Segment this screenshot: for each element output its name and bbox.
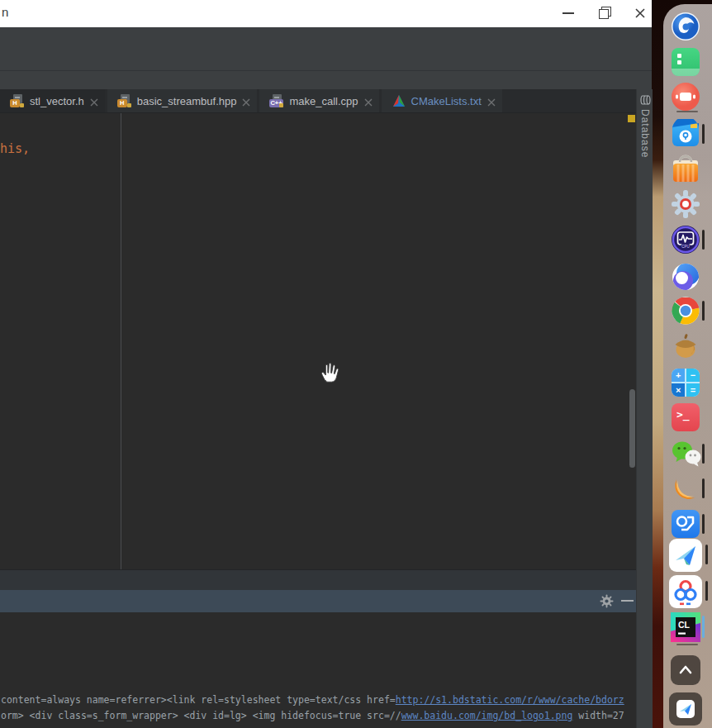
editor-area[interactable]: his, [0, 112, 636, 570]
running-indicator [702, 514, 705, 534]
ide-window: H stl_vector.h H basic_streambuf.hpp C++… [0, 27, 652, 728]
running-indicator [702, 230, 705, 250]
chrome-icon[interactable] [671, 296, 700, 326]
dock-separator [676, 644, 698, 645]
cpp-file-icon: C++ [269, 94, 283, 107]
clion-icon[interactable]: CL [671, 612, 700, 642]
running-indicator [705, 545, 708, 564]
database-icon [639, 94, 651, 106]
system-monitor-icon[interactable]: CPU [671, 225, 700, 255]
database-label: Database [639, 109, 651, 158]
running-indicator [702, 478, 705, 498]
ide-navigation-bar [0, 71, 652, 89]
tab-make-call[interactable]: C++ make_call.cpp [259, 89, 378, 112]
editor-scrollbar[interactable] [629, 389, 635, 468]
tab-close-icon[interactable] [89, 96, 99, 106]
tab-label: basic_streambuf.hpp [137, 95, 237, 107]
screen-recorder-icon[interactable] [671, 82, 700, 112]
terminal-icon[interactable]: >_ [671, 402, 700, 432]
header-file-icon: H [117, 94, 131, 107]
active-app-indicator [702, 616, 705, 638]
tab-basic-streambuf[interactable]: H basic_streambuf.hpp [107, 89, 258, 112]
tab-label: make_call.cpp [289, 95, 358, 107]
running-indicator [702, 301, 705, 321]
running-indicator [702, 124, 705, 144]
dock-expand-chevron-icon[interactable] [671, 655, 700, 685]
browser-icon[interactable] [671, 262, 700, 292]
background-window-titlebar: n [0, 0, 652, 27]
header-file-icon: H [10, 94, 24, 107]
tab-close-icon[interactable] [363, 96, 373, 106]
tool-window-bar [0, 569, 636, 590]
paper-plane-minimized-icon[interactable] [669, 692, 702, 726]
console-header[interactable] [0, 590, 636, 612]
right-tool-stripe: Database [636, 89, 653, 728]
rings-app-icon[interactable] [669, 575, 702, 608]
editor-tab-bar: H stl_vector.h H basic_streambuf.hpp C++… [0, 89, 636, 112]
console-line: orm> <div class=s_form_wrapper> <div id=… [1, 710, 624, 721]
tab-label: CMakeLists.txt [411, 95, 482, 107]
running-indicator [702, 444, 705, 464]
running-indicator [705, 581, 708, 601]
notes-app-icon[interactable] [671, 47, 700, 77]
code-fragment: his, [0, 141, 30, 156]
orange-slice-icon[interactable] [671, 473, 700, 503]
docs-app-icon[interactable] [671, 509, 700, 539]
database-tool-button[interactable]: Database [638, 94, 652, 158]
control-center-gear-icon[interactable] [671, 189, 700, 219]
svg-text:CL: CL [678, 620, 691, 630]
close-icon[interactable] [633, 6, 648, 21]
minimize-icon[interactable] [561, 6, 576, 21]
ide-toolbar [0, 27, 652, 71]
console-minimize-icon[interactable] [621, 600, 634, 602]
app-store-icon[interactable] [671, 119, 700, 149]
software-bag-icon[interactable] [671, 154, 700, 183]
background-window-title: n [2, 5, 8, 19]
console-link[interactable]: http://s1.bdstatic.com/r/www/cache/bdorz [396, 694, 624, 706]
tab-cmakelists[interactable]: CMakeLists.txt [382, 89, 502, 112]
console-settings-gear-icon[interactable] [600, 594, 614, 608]
console-line: content=always name=referrer><link rel=s… [1, 694, 624, 706]
restore-icon[interactable] [596, 6, 611, 21]
svg-text:CPU: CPU [681, 245, 690, 249]
paper-plane-app-icon[interactable] [669, 539, 702, 572]
hand-cursor [319, 361, 341, 384]
cmake-file-icon [392, 94, 406, 107]
tab-label: stl_vector.h [30, 95, 84, 107]
dock-separator [676, 111, 698, 112]
tab-close-icon[interactable] [241, 96, 251, 106]
editor-left-pane[interactable]: his, [0, 113, 121, 570]
launcher-icon[interactable] [671, 12, 700, 41]
console-output[interactable]: content=always name=referrer><link rel=s… [0, 612, 636, 728]
wechat-icon[interactable] [671, 439, 700, 469]
acorn-app-icon[interactable] [671, 331, 700, 361]
code-analysis-indicator[interactable] [628, 115, 635, 122]
dock-panel: CPU [663, 4, 712, 728]
console-link[interactable]: www.baidu.com/img/bd_logo1.png [401, 710, 573, 721]
calculator-icon[interactable]: +− ×= [671, 368, 700, 397]
tab-stl-vector[interactable]: H stl_vector.h [0, 89, 105, 112]
tab-close-icon[interactable] [487, 96, 496, 106]
